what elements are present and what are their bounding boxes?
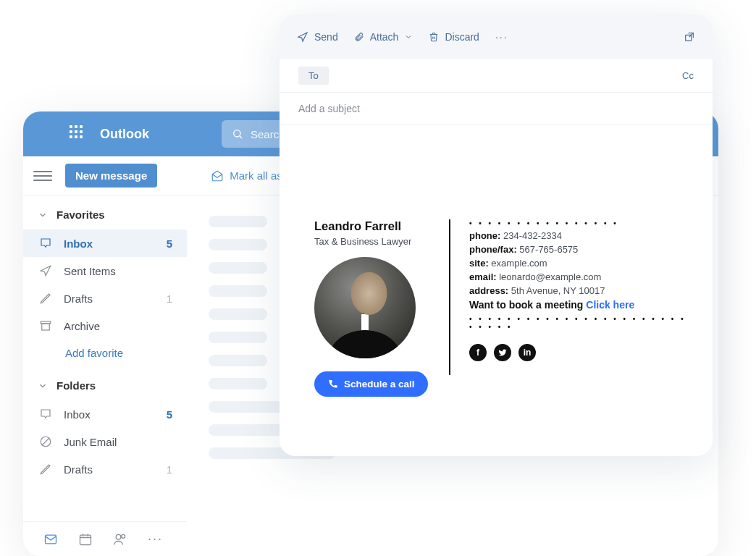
paperclip-icon [354,31,364,43]
mail-icon[interactable] [43,532,58,547]
signature-social: f in [469,344,694,361]
blocked-icon [39,435,52,448]
sidebar-item-archive[interactable]: Archive [23,312,187,340]
signature-book-meeting: Want to book a meeting Click here [469,299,694,311]
mail-open-icon [211,169,224,182]
sidebar: Favorites Inbox 5 Sent Items Drafts 1 Ar… [23,195,187,556]
send-button[interactable]: Send [297,31,338,43]
linkedin-icon[interactable]: in [518,344,536,361]
attach-button[interactable]: Attach [354,31,413,43]
more-icon[interactable]: ··· [148,531,163,547]
svg-point-11 [116,534,121,539]
calendar-icon[interactable] [78,532,93,547]
send-icon [297,31,308,43]
archive-icon [39,319,52,332]
signature-title: Tax & Business Lawyer [314,236,430,247]
book-meeting-link[interactable]: Click here [586,299,634,311]
twitter-icon[interactable] [494,344,511,361]
svg-line-1 [240,136,242,138]
trash-icon [429,31,439,43]
sidebar-section-favorites[interactable]: Favorites [23,200,187,229]
sidebar-bottom-nav: ··· [23,521,187,556]
signature-phone: 234-432-2334 [503,230,562,241]
svg-line-5 [42,438,50,446]
to-label[interactable]: To [298,67,329,85]
subject-input[interactable]: Add a subject [280,93,713,125]
sidebar-item-drafts[interactable]: Drafts 1 [23,285,187,312]
signature-address: 5th Avenue, NY 10017 [511,285,605,296]
inbox-icon [39,408,52,421]
dotted-rule: • • • • • • • • • • • • • • • • [469,219,694,227]
send-icon [39,264,52,277]
svg-point-0 [234,130,240,137]
sidebar-folder-inbox[interactable]: Inbox 5 [23,400,187,428]
sidebar-section-folders[interactable]: Folders [23,371,187,400]
signature-site: example.com [491,258,547,269]
signature-fax: 567-765-6575 [519,244,578,255]
facebook-icon[interactable]: f [469,344,487,361]
dotted-rule: • • • • • • • • • • • • • • • • • • • • … [469,315,694,331]
sidebar-folder-junk[interactable]: Junk Email [23,428,187,455]
schedule-call-button[interactable]: Schedule a call [314,371,428,397]
chevron-down-icon [38,210,48,220]
compose-window: Send Attach Discard ··· To Cc Add a subj… [280,14,713,456]
sidebar-folder-drafts[interactable]: Drafts 1 [23,455,187,483]
phone-icon [327,379,338,389]
signature-divider [449,219,450,375]
search-icon [232,128,243,140]
svg-rect-7 [80,535,91,544]
popout-icon[interactable] [684,31,695,43]
discard-button[interactable]: Discard [429,31,479,43]
sidebar-item-sent[interactable]: Sent Items [23,257,187,285]
chevron-down-icon [38,381,48,391]
signature-avatar [314,257,416,358]
compose-to-row[interactable]: To Cc [280,59,713,93]
svg-rect-6 [46,535,56,544]
chevron-down-icon [404,33,413,41]
app-title: Outlook [100,127,149,142]
inbox-icon [39,237,52,250]
signature-email: leonardo@example.com [499,271,601,282]
hamburger-icon[interactable] [33,171,52,181]
more-actions-icon[interactable]: ··· [495,31,508,43]
sidebar-add-favorite[interactable]: Add favorite [23,340,187,366]
app-launcher-icon[interactable] [70,125,87,143]
signature-name: Leandro Farrell [314,219,430,233]
compose-toolbar: Send Attach Discard ··· [280,14,713,59]
sidebar-item-inbox[interactable]: Inbox 5 [23,229,187,257]
email-signature: Leandro Farrell Tax & Business Lawyer Sc… [280,125,713,411]
new-message-button[interactable]: New message [65,164,157,188]
cc-button[interactable]: Cc [682,70,694,81]
svg-rect-3 [42,324,50,330]
svg-point-12 [122,534,125,538]
people-icon[interactable] [113,532,127,547]
pencil-icon [39,463,52,476]
pencil-icon [39,292,52,305]
